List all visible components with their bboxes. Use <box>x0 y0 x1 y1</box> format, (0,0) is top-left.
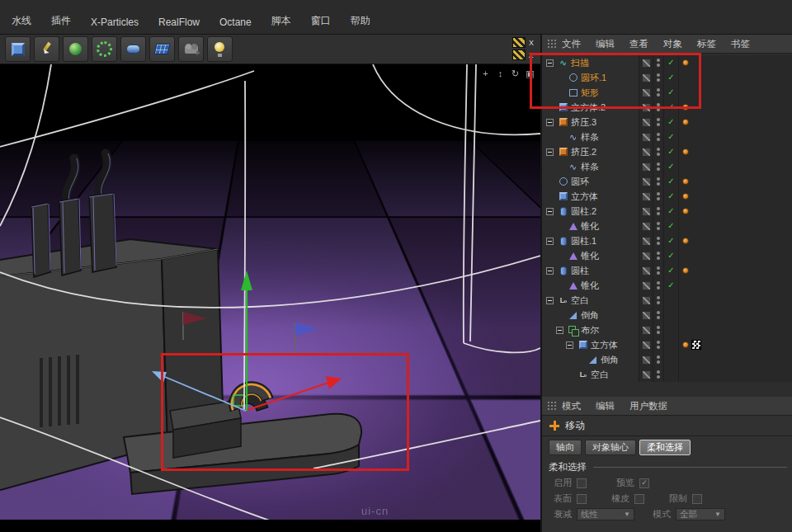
visibility-dots[interactable] <box>653 204 663 219</box>
tag-area[interactable] <box>678 144 792 159</box>
axis-lock-button[interactable]: X <box>512 37 534 48</box>
tool-button[interactable] <box>63 36 88 62</box>
object-row[interactable]: 锥化 ✓ <box>542 219 792 233</box>
expand-toggle[interactable] <box>556 327 563 334</box>
layer-swatch[interactable] <box>639 233 653 248</box>
visibility-dots[interactable] <box>653 308 663 322</box>
object-row[interactable]: 布尔 <box>542 322 792 337</box>
tool-tab-button[interactable]: 柔和选择 <box>639 440 691 455</box>
visibility-dots[interactable] <box>653 248 663 263</box>
layer-swatch[interactable] <box>639 248 653 263</box>
layer-swatch[interactable] <box>639 337 653 352</box>
phong-tag-icon[interactable] <box>682 119 689 125</box>
enable-toggle[interactable]: ✓ <box>663 144 678 159</box>
enable-toggle[interactable]: ✓ <box>663 115 678 129</box>
enable-toggle[interactable]: ✓ <box>663 174 678 189</box>
enable-toggle[interactable] <box>663 308 678 322</box>
expand-toggle[interactable] <box>546 238 554 245</box>
enable-toggle[interactable]: ✓ <box>663 159 678 174</box>
layer-swatch[interactable] <box>639 293 653 308</box>
menu-item[interactable]: RealFlow <box>158 16 200 28</box>
layer-swatch[interactable] <box>639 204 653 219</box>
enable-toggle[interactable] <box>663 337 678 352</box>
dolly-icon[interactable]: ↕ <box>495 68 506 79</box>
visibility-dots[interactable] <box>653 233 663 248</box>
tag-area[interactable] <box>678 219 792 233</box>
object-manager-menu-item[interactable]: 书签 <box>731 38 750 50</box>
menu-item[interactable]: 帮助 <box>351 14 370 28</box>
object-row[interactable]: 空白 <box>542 367 792 382</box>
object-row[interactable]: 倒角 <box>542 352 792 367</box>
tag-area[interactable] <box>678 308 792 322</box>
tool-tab-button[interactable]: 轴向 <box>549 440 582 455</box>
enable-toggle[interactable] <box>663 352 678 367</box>
tag-area[interactable] <box>678 248 792 263</box>
visibility-dots[interactable] <box>653 129 663 144</box>
limit-checkbox[interactable] <box>692 494 702 504</box>
phong-tag-icon[interactable] <box>682 341 689 348</box>
menu-item[interactable]: 水线 <box>12 14 31 28</box>
tag-area[interactable] <box>678 129 792 144</box>
enable-toggle[interactable]: ✓ <box>663 233 678 248</box>
object-row[interactable]: 锥化 ✓ <box>542 278 792 293</box>
visibility-dots[interactable] <box>653 337 663 352</box>
tag-area[interactable] <box>678 174 792 189</box>
visibility-dots[interactable] <box>653 144 663 159</box>
layer-swatch[interactable] <box>639 174 653 189</box>
tag-area[interactable] <box>678 367 792 382</box>
tool-button[interactable] <box>207 36 233 62</box>
layer-swatch[interactable] <box>639 278 653 293</box>
enable-checkbox[interactable] <box>577 478 587 488</box>
phong-tag-icon[interactable] <box>682 178 689 185</box>
tag-area[interactable] <box>678 337 792 352</box>
texture-tag-icon[interactable] <box>691 340 701 350</box>
object-row[interactable]: 挤压.3 ✓ <box>542 115 792 129</box>
tool-button[interactable] <box>5 36 31 62</box>
phong-tag-icon[interactable] <box>682 148 689 155</box>
object-row[interactable]: 挤压.2 ✓ <box>542 144 792 159</box>
layer-swatch[interactable] <box>639 115 653 129</box>
expand-toggle[interactable] <box>546 297 554 304</box>
mode-menu-item[interactable]: 用户数据 <box>629 400 667 412</box>
enable-toggle[interactable]: ✓ <box>663 219 678 233</box>
object-row[interactable]: 圆柱 ✓ <box>542 263 792 278</box>
enable-toggle[interactable]: ✓ <box>663 263 678 278</box>
tag-area[interactable] <box>678 322 792 337</box>
preview-checkbox[interactable]: ✓ <box>639 478 649 488</box>
visibility-dots[interactable] <box>653 278 663 293</box>
layer-swatch[interactable] <box>639 129 653 144</box>
tag-area[interactable] <box>678 263 792 278</box>
visibility-dots[interactable] <box>653 159 663 174</box>
layer-swatch[interactable] <box>639 219 653 233</box>
tool-button[interactable] <box>92 36 117 62</box>
enable-toggle[interactable]: ✓ <box>663 278 678 293</box>
object-manager-menu-item[interactable]: 编辑 <box>596 38 615 50</box>
object-row[interactable]: 样条 ✓ <box>542 129 792 144</box>
mode-menu-item[interactable]: 模式 <box>562 400 581 412</box>
object-manager-menu-item[interactable]: 标签 <box>697 38 716 50</box>
tag-area[interactable] <box>678 189 792 204</box>
tag-area[interactable] <box>678 159 792 174</box>
visibility-dots[interactable] <box>653 115 663 129</box>
layer-swatch[interactable] <box>639 322 653 337</box>
object-row[interactable]: 立方体 ✓ <box>542 189 792 204</box>
phong-tag-icon[interactable] <box>682 208 689 214</box>
visibility-dots[interactable] <box>653 219 663 233</box>
enable-toggle[interactable]: ✓ <box>663 129 678 144</box>
object-row[interactable]: 锥化 ✓ <box>542 248 792 263</box>
menu-item[interactable]: 窗口 <box>311 14 331 28</box>
enable-toggle[interactable]: ✓ <box>663 248 678 263</box>
visibility-dots[interactable] <box>653 322 663 337</box>
tool-button[interactable] <box>34 36 59 62</box>
mode-dropdown[interactable]: 全部▼ <box>676 508 725 520</box>
rotate-icon[interactable]: ↻ <box>510 68 521 79</box>
tag-area[interactable] <box>678 278 792 293</box>
menu-item[interactable]: Octane <box>219 16 252 28</box>
object-row[interactable]: 空白 <box>542 293 792 308</box>
object-row[interactable]: 立方体 <box>542 337 792 352</box>
tag-area[interactable] <box>678 293 792 308</box>
tool-tab-button[interactable]: 对象轴心 <box>585 440 636 455</box>
enable-toggle[interactable] <box>663 322 678 337</box>
object-row[interactable]: 圆柱.1 ✓ <box>542 233 792 248</box>
expand-toggle[interactable] <box>566 341 573 349</box>
